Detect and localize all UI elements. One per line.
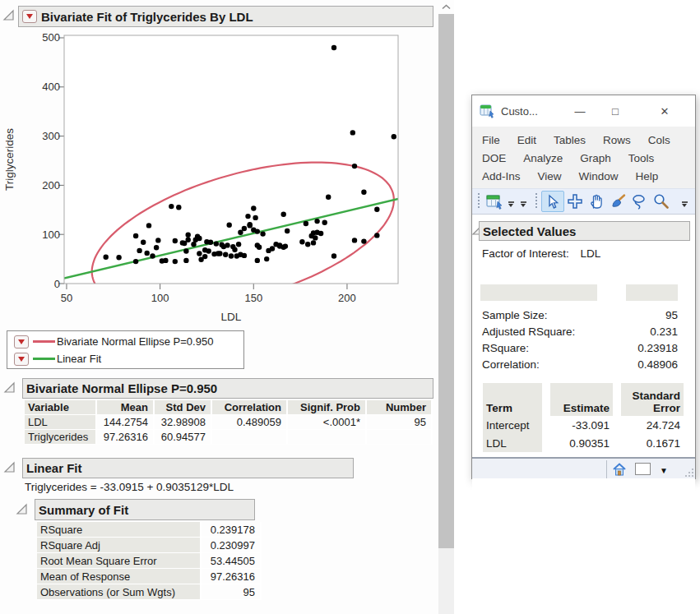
data-point[interactable]: [331, 45, 336, 50]
data-point[interactable]: [374, 233, 379, 238]
data-point[interactable]: [150, 253, 155, 258]
arrow-tool-button[interactable]: [541, 191, 564, 212]
data-point[interactable]: [270, 246, 275, 251]
red-triangle-menu-button[interactable]: [14, 335, 29, 349]
data-point[interactable]: [191, 242, 196, 247]
data-point[interactable]: [281, 212, 286, 217]
home-icon[interactable]: [612, 463, 627, 476]
data-point[interactable]: [183, 258, 188, 263]
data-point[interactable]: [104, 255, 109, 260]
hand-tool-button[interactable]: [586, 192, 607, 211]
data-point[interactable]: [305, 242, 310, 247]
magnifier-tool-button[interactable]: [650, 192, 671, 211]
toolbar-overflow-icon[interactable]: [679, 201, 689, 207]
data-point[interactable]: [195, 233, 200, 238]
data-point[interactable]: [299, 239, 304, 244]
menu-help[interactable]: Help: [636, 170, 659, 182]
data-point[interactable]: [352, 164, 357, 169]
menu-edit[interactable]: Edit: [517, 134, 536, 146]
data-point[interactable]: [281, 245, 286, 250]
dropdown-triangle-icon[interactable]: ▼: [660, 466, 668, 475]
blank-field[interactable]: [626, 284, 678, 301]
data-point[interactable]: [197, 251, 202, 256]
scrollbar-up-button[interactable]: [438, 0, 454, 14]
data-point[interactable]: [141, 240, 146, 245]
menu-tables[interactable]: Tables: [554, 134, 586, 146]
data-point[interactable]: [133, 259, 138, 264]
data-point[interactable]: [248, 223, 253, 228]
data-point[interactable]: [255, 229, 260, 233]
data-point[interactable]: [322, 220, 327, 225]
data-point[interactable]: [232, 247, 237, 252]
toolbar-grip[interactable]: [477, 193, 480, 210]
data-point[interactable]: [154, 245, 159, 250]
data-point[interactable]: [204, 239, 209, 244]
data-point[interactable]: [245, 214, 250, 219]
brush-tool-button[interactable]: [607, 192, 628, 211]
menu-tools[interactable]: Tools: [628, 152, 655, 164]
disclosure-triangle-icon[interactable]: [3, 461, 16, 473]
menu-addins[interactable]: Add-Ins: [482, 170, 521, 182]
data-point[interactable]: [133, 233, 138, 238]
data-point[interactable]: [223, 252, 228, 257]
red-triangle-menu-button[interactable]: [22, 10, 37, 23]
ellipse-section-bar[interactable]: Bivariate Normal Ellipse P=0.950: [22, 378, 433, 399]
data-point[interactable]: [392, 134, 396, 139]
data-point[interactable]: [242, 226, 247, 231]
data-point[interactable]: [216, 251, 220, 256]
data-point[interactable]: [314, 230, 319, 235]
blank-field[interactable]: [480, 284, 597, 301]
menu-rows[interactable]: Rows: [603, 134, 631, 146]
data-point[interactable]: [374, 207, 379, 212]
data-point[interactable]: [264, 256, 269, 261]
data-point[interactable]: [169, 204, 174, 209]
data-point[interactable]: [206, 248, 211, 253]
data-point[interactable]: [255, 258, 260, 263]
data-point[interactable]: [229, 253, 234, 258]
red-triangle-menu-button[interactable]: [14, 353, 29, 366]
data-point[interactable]: [350, 130, 355, 135]
color-swatch-box[interactable]: [635, 463, 651, 475]
data-point[interactable]: [173, 238, 178, 243]
data-point[interactable]: [155, 238, 160, 242]
linear-fit-section-bar[interactable]: Linear Fit: [22, 458, 354, 478]
data-point[interactable]: [182, 241, 187, 246]
data-point[interactable]: [160, 258, 165, 263]
menu-file[interactable]: File: [482, 134, 500, 146]
summary-of-fit-bar[interactable]: Summary of Fit: [35, 499, 255, 520]
data-point[interactable]: [331, 253, 336, 258]
report-title-bar[interactable]: Bivariate Fit of Triglycerides By LDL: [18, 6, 433, 27]
toolbar-grip[interactable]: [535, 193, 538, 210]
data-point[interactable]: [238, 230, 243, 235]
data-point[interactable]: [173, 259, 178, 264]
disclosure-triangle-icon[interactable]: [3, 381, 16, 394]
menu-window[interactable]: Window: [579, 170, 619, 182]
close-button[interactable]: ✕: [654, 95, 675, 127]
data-point[interactable]: [361, 238, 366, 243]
data-point[interactable]: [227, 223, 232, 228]
resize-grip[interactable]: [684, 468, 694, 478]
data-point[interactable]: [176, 205, 181, 210]
data-point[interactable]: [242, 253, 247, 258]
menu-graph[interactable]: Graph: [580, 152, 611, 164]
data-point[interactable]: [251, 205, 256, 210]
data-point[interactable]: [214, 241, 219, 246]
data-point[interactable]: [260, 231, 265, 236]
data-point[interactable]: [311, 240, 316, 245]
vertical-scrollbar[interactable]: [438, 0, 454, 614]
data-point[interactable]: [116, 255, 121, 260]
data-point[interactable]: [257, 245, 262, 250]
data-point[interactable]: [361, 190, 366, 195]
data-point[interactable]: [221, 244, 226, 249]
toolbar-overflow-icon[interactable]: [506, 201, 516, 207]
data-point[interactable]: [314, 219, 319, 224]
data-point[interactable]: [183, 248, 188, 253]
data-point[interactable]: [285, 229, 290, 233]
menu-view[interactable]: View: [538, 170, 562, 182]
data-point[interactable]: [352, 238, 357, 242]
scatter-plot[interactable]: 010020030040050050100150200LDLTriglyceri…: [0, 27, 438, 331]
disclosure-triangle-icon[interactable]: [16, 503, 28, 515]
menu-doe[interactable]: DOE: [482, 152, 506, 164]
data-point[interactable]: [326, 195, 331, 200]
data-point[interactable]: [145, 251, 150, 256]
